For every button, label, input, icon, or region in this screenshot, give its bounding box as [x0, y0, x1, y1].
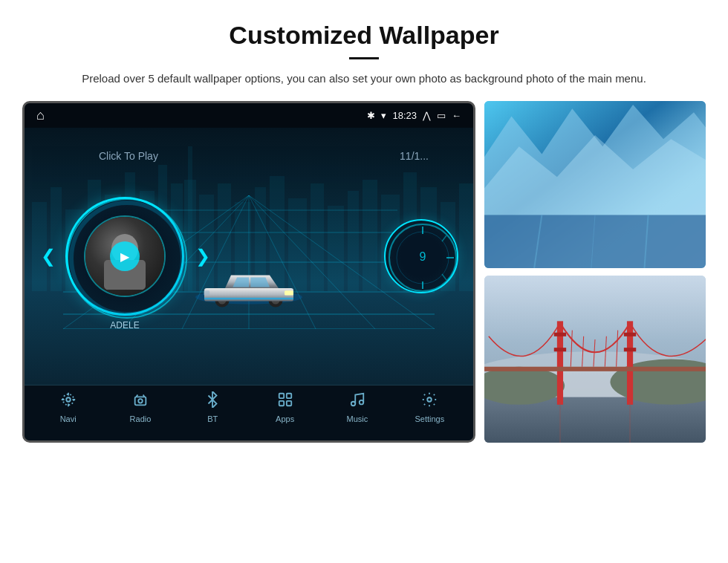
bt-label: BT [207, 414, 218, 423]
svg-rect-52 [204, 298, 293, 299]
date-display: 11/1... [400, 150, 429, 162]
ice-wallpaper-preview[interactable] [484, 101, 706, 268]
svg-rect-73 [279, 401, 283, 406]
artist-label: ADELE [110, 320, 139, 331]
navi-icon [60, 391, 77, 411]
dial-svg: 9 [386, 221, 460, 295]
screen-body: Click To Play 11/1... ❮ [25, 128, 473, 385]
svg-rect-93 [554, 333, 566, 336]
nav-navi[interactable]: Navi [46, 391, 91, 436]
svg-line-56 [442, 235, 446, 241]
svg-point-77 [428, 397, 432, 402]
click-to-play-label: Click To Play [99, 150, 158, 162]
time-display: 18:23 [392, 110, 417, 121]
nav-apps[interactable]: Apps [263, 391, 308, 436]
car-svg [189, 262, 308, 314]
music-circle-outer: ▶ [65, 197, 184, 316]
svg-line-58 [442, 274, 446, 280]
svg-rect-50 [285, 290, 293, 295]
svg-point-68 [138, 399, 143, 403]
navi-label: Navi [60, 414, 77, 423]
apps-icon [277, 391, 293, 411]
apps-label: Apps [276, 414, 294, 423]
settings-label: Settings [415, 414, 444, 423]
svg-rect-1 [51, 187, 62, 291]
svg-point-76 [360, 400, 364, 405]
nav-bt[interactable]: BT [190, 391, 235, 436]
svg-point-61 [66, 397, 71, 402]
status-right: ✱ ▾ 18:23 ⋀ ▭ ← [367, 110, 461, 121]
main-content: ⌂ ✱ ▾ 18:23 ⋀ ▭ ← [0, 101, 728, 443]
music-icon [349, 391, 365, 411]
svg-rect-51 [204, 290, 209, 295]
svg-rect-81 [484, 215, 706, 268]
wallpaper-previews [484, 101, 706, 443]
title-divider [349, 57, 379, 59]
status-bar: ⌂ ✱ ▾ 18:23 ⋀ ▭ ← [25, 103, 473, 128]
svg-rect-94 [554, 348, 566, 351]
svg-point-75 [351, 402, 356, 406]
page-title: Customized Wallpaper [59, 21, 669, 50]
page-header: Customized Wallpaper Preload over 5 defa… [0, 0, 728, 101]
bridge-wallpaper-preview[interactable] [484, 276, 706, 443]
svg-rect-102 [484, 367, 706, 371]
play-button[interactable]: ▶ [110, 241, 140, 271]
nav-radio[interactable]: Radio [118, 391, 163, 436]
nav-settings[interactable]: Settings [407, 391, 452, 436]
bluetooth-icon: ✱ [367, 110, 375, 121]
home-icon[interactable]: ⌂ [36, 108, 45, 123]
bottom-nav: Navi Radio [25, 385, 473, 440]
right-dial-circle: 9 [384, 219, 458, 293]
car-screen: ⌂ ✱ ▾ 18:23 ⋀ ▭ ← [22, 101, 475, 443]
prev-button[interactable]: ❮ [41, 246, 56, 267]
svg-text:9: 9 [420, 250, 426, 263]
status-left: ⌂ [36, 108, 45, 123]
svg-rect-71 [279, 394, 283, 398]
wifi-icon: ▾ [381, 110, 386, 121]
bridge-svg [484, 276, 706, 443]
ice-svg [484, 101, 706, 268]
svg-point-62 [62, 394, 74, 406]
svg-rect-67 [135, 397, 146, 405]
bt-icon [204, 391, 221, 411]
svg-rect-74 [286, 401, 290, 406]
window-icon: ▭ [437, 110, 446, 121]
svg-rect-72 [286, 394, 290, 398]
settings-icon [421, 391, 438, 411]
radio-label: Radio [130, 414, 152, 423]
radio-icon [132, 391, 149, 411]
svg-rect-95 [624, 333, 636, 336]
bridge-image [484, 276, 706, 443]
car-image-area [175, 251, 323, 325]
music-player[interactable]: ▶ ADELE [65, 197, 184, 316]
nav-music[interactable]: Music [335, 391, 380, 436]
right-dial: 9 [384, 219, 458, 293]
music-label: Music [347, 414, 368, 423]
ice-image [484, 101, 706, 268]
page-description: Preload over 5 default wallpaper options… [59, 70, 669, 88]
svg-rect-96 [624, 348, 636, 351]
expand-icon: ⋀ [423, 110, 431, 121]
back-icon: ← [452, 110, 461, 121]
svg-rect-25 [459, 183, 473, 291]
